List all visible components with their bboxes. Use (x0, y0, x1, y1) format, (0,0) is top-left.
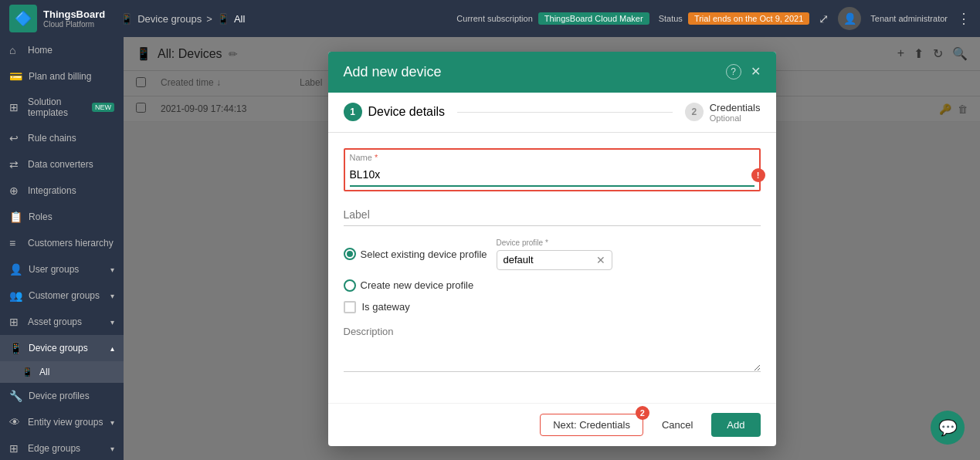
is-gateway-option[interactable]: Is gateway (344, 301, 761, 313)
device-groups-icon: 📱 (9, 342, 22, 354)
chat-button[interactable]: 💬 (931, 411, 965, 445)
device-profile-row: Select existing device profile Device pr… (344, 238, 761, 270)
main-layout: ⌂ Home 💳 Plan and billing ⊞ Solution tem… (0, 37, 980, 460)
create-new-radio[interactable] (344, 279, 356, 292)
sidebar-label-integrations: Integrations (28, 185, 76, 196)
step-2-label: Credentials (710, 102, 761, 113)
sidebar-item-data-converters[interactable]: ⇄ Data converters (0, 151, 124, 178)
sidebar-item-all[interactable]: 📱 All (0, 361, 124, 383)
step-2-text: Credentials Optional (710, 102, 761, 123)
sidebar-item-roles[interactable]: 📋 Roles (0, 204, 124, 230)
status-label: Status (659, 14, 683, 23)
more-icon[interactable]: ⋮ (957, 10, 971, 27)
sidebar-item-device-profiles[interactable]: 🔧 Device profiles (0, 383, 124, 409)
label-form-group (344, 204, 761, 226)
sidebar-label-home: Home (28, 45, 53, 56)
add-device-modal: Add new device ? ✕ 1 Device details 2 (328, 52, 776, 446)
label-input[interactable] (344, 204, 761, 226)
chevron-edge-groups: ▾ (110, 445, 114, 453)
sidebar-item-device-groups[interactable]: 📱 Device groups ▴ (0, 335, 124, 361)
tenant-label: Tenant administrator (870, 14, 948, 23)
modal-overlay: Add new device ? ✕ 1 Device details 2 (124, 37, 980, 460)
trial-badge: Trial ends on the Oct 9, 2021 (688, 12, 809, 25)
sidebar-label-edge-groups: Edge groups (28, 443, 80, 454)
name-label: Name (350, 153, 754, 162)
solution-icon: ⊞ (9, 101, 22, 113)
modal-help-icon[interactable]: ? (726, 64, 741, 79)
profile-select-wrapper[interactable]: default ✕ (497, 250, 612, 270)
name-input[interactable] (350, 164, 754, 187)
modal-title: Add new device (344, 64, 442, 80)
step2-error-badge: 2 (636, 406, 649, 420)
status-group: Status Trial ends on the Oct 9, 2021 (659, 14, 810, 23)
sidebar-item-solution-templates[interactable]: ⊞ Solution templates NEW (0, 90, 124, 125)
profile-clear-icon[interactable]: ✕ (596, 254, 605, 266)
sidebar-item-user-groups[interactable]: 👤 User groups ▾ (0, 256, 124, 282)
chevron-device-groups: ▴ (110, 344, 114, 353)
step-1-label: Device details (368, 105, 446, 119)
modal-body: Name ! Select existing device profi (328, 133, 776, 403)
sidebar-label-solution: Solution templates (28, 96, 84, 118)
sidebar-item-home[interactable]: ⌂ Home (0, 37, 124, 63)
chevron-asset-groups: ▾ (110, 318, 114, 326)
customer-groups-icon: 👥 (9, 289, 22, 302)
sidebar-item-customer-groups[interactable]: 👥 Customer groups ▾ (0, 282, 124, 309)
chevron-user-groups: ▾ (110, 266, 114, 274)
next-btn-wrapper: 2 Next: Credentials (540, 414, 643, 436)
sidebar-label-hierarchy: Customers hierarchy (28, 238, 114, 249)
breadcrumb-icon: 📱 (120, 13, 133, 25)
breadcrumb-all[interactable]: All (234, 13, 245, 25)
name-form-group: Name ! (344, 148, 761, 191)
avatar[interactable]: 👤 (838, 7, 861, 30)
is-gateway-checkbox[interactable] (344, 301, 356, 313)
home-icon: ⌂ (9, 44, 22, 56)
sidebar-label-device-profiles: Device profiles (29, 391, 90, 401)
plan-icon: 💳 (9, 70, 22, 83)
entity-view-icon: 👁 (9, 416, 22, 428)
sidebar-label-entity-view: Entity view groups (28, 417, 103, 428)
sidebar-item-customers-hierarchy[interactable]: ≡ Customers hierarchy (0, 230, 124, 256)
name-error-badge: ! (751, 168, 765, 182)
new-badge: NEW (92, 103, 114, 112)
step-2-sublabel: Optional (710, 113, 761, 123)
app-header: 🔷 ThingsBoard Cloud Platform 📱 Device gr… (0, 0, 980, 37)
description-input[interactable] (344, 326, 761, 372)
sidebar-item-rule-chains[interactable]: ↩ Rule chains (0, 125, 124, 151)
cancel-button[interactable]: Cancel (653, 414, 702, 435)
rule-icon: ↩ (9, 132, 22, 144)
modal-header-actions: ? ✕ (726, 64, 761, 79)
next-credentials-button[interactable]: Next: Credentials (540, 414, 643, 436)
sidebar-item-edge-groups[interactable]: ⊞ Edge groups ▾ (0, 435, 124, 460)
sidebar-item-integrations[interactable]: ⊕ Integrations (0, 178, 124, 204)
all-icon: 📱 (22, 367, 33, 377)
create-new-option[interactable]: Create new device profile (344, 279, 761, 292)
sidebar-label-asset-groups: Asset groups (28, 316, 82, 327)
is-gateway-label: Is gateway (362, 301, 410, 313)
breadcrumb-device-groups[interactable]: Device groups (137, 13, 202, 25)
add-button-modal[interactable]: Add (711, 413, 760, 437)
step-1-number: 1 (344, 103, 362, 121)
sidebar-label-plan: Plan and billing (29, 71, 91, 82)
select-existing-radio[interactable] (344, 248, 356, 260)
logo-title: ThingsBoard (43, 8, 105, 21)
sidebar-item-plan-billing[interactable]: 💳 Plan and billing (0, 63, 124, 90)
sidebar-item-asset-groups[interactable]: ⊞ Asset groups ▾ (0, 309, 124, 335)
logo-subtitle: Cloud Platform (43, 20, 105, 29)
subscription-badge: ThingsBoard Cloud Maker (538, 12, 649, 25)
select-existing-option[interactable]: Select existing device profile (344, 248, 487, 260)
modal-steps: 1 Device details 2 Credentials Optional (328, 93, 776, 133)
header-right: Current subscription ThingsBoard Cloud M… (456, 7, 971, 30)
device-profiles-icon: 🔧 (9, 390, 22, 402)
integration-icon: ⊕ (9, 184, 22, 197)
modal-close-icon[interactable]: ✕ (751, 64, 761, 79)
roles-icon: 📋 (9, 211, 22, 223)
user-groups-icon: 👤 (9, 263, 22, 276)
sidebar-label-all: All (39, 367, 49, 377)
description-form-group (344, 326, 761, 375)
device-profile-label: Device profile * (497, 238, 612, 247)
sidebar-label-device-groups: Device groups (29, 343, 88, 353)
select-existing-label: Select existing device profile (361, 249, 487, 260)
edge-groups-icon: ⊞ (9, 442, 22, 455)
sidebar-item-entity-view-groups[interactable]: 👁 Entity view groups ▾ (0, 409, 124, 435)
expand-icon[interactable]: ⤢ (819, 12, 829, 26)
